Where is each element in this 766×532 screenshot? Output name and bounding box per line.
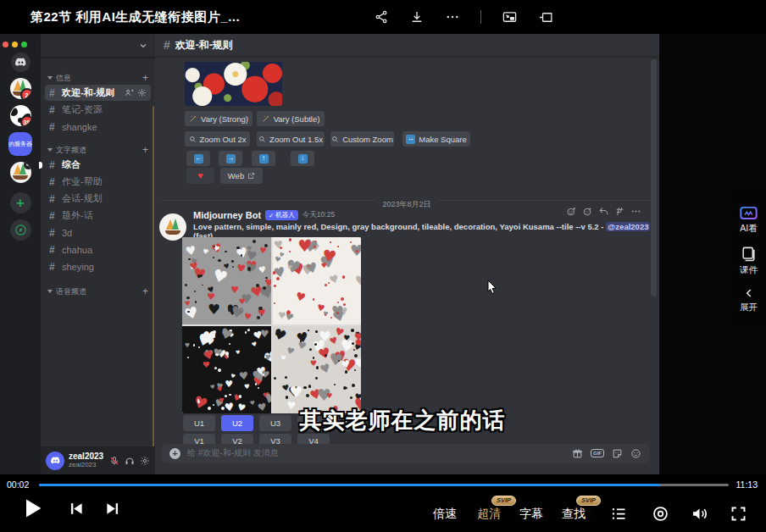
channel-shangke[interactable]: # shangke — [45, 119, 151, 135]
picture-in-picture-button[interactable] — [502, 9, 518, 25]
channel-chahua[interactable]: # chahua — [45, 241, 151, 258]
vary-subtle-button[interactable]: Vary (Subtle) — [257, 111, 325, 126]
grid-quadrant-4: ♥♥♥♥♥♥♥♥♥♥♥♥♥♥♥♥♥♥♥♥♥♥♥♥♥♥♥♥♥♥♥♥♥♥ — [273, 326, 362, 413]
message-input-placeholder: 给 #欢迎-和-规则 发消息 — [187, 447, 565, 459]
sticker-button[interactable] — [612, 448, 623, 459]
svip-badge: SVIP — [576, 496, 601, 506]
category-info[interactable]: 信息 + — [41, 72, 155, 84]
heart-reaction[interactable]: ♥ — [186, 168, 214, 184]
attach-file-button[interactable]: + — [169, 448, 180, 459]
record-button[interactable] — [652, 505, 669, 523]
user-mention[interactable]: @zeal2023 — [606, 222, 650, 231]
create-channel-button[interactable]: + — [142, 72, 148, 84]
server-avatar-sailboat-2[interactable] — [10, 162, 31, 183]
next-button[interactable] — [105, 501, 121, 517]
maximize-window-button[interactable] — [21, 42, 27, 47]
server-header-dropdown[interactable] — [41, 34, 155, 58]
discord-home-button[interactable] — [11, 53, 31, 72]
pan-left-button[interactable]: ← — [186, 151, 210, 166]
message-more-button[interactable] — [630, 206, 641, 217]
share-button[interactable] — [374, 9, 389, 25]
fullscreen-button[interactable] — [730, 505, 747, 523]
channel-settings-gear-icon[interactable] — [137, 88, 147, 97]
user-settings-button[interactable] — [140, 456, 150, 466]
zoom-out-2x-button[interactable]: Zoom Out 2x — [185, 131, 250, 147]
hash-icon: # — [49, 87, 58, 99]
channel-general[interactable]: # 综合 — [45, 157, 151, 173]
explore-servers-button[interactable] — [10, 219, 31, 241]
arrow-right-icon: → — [226, 154, 236, 163]
create-channel-button[interactable]: + — [142, 285, 148, 297]
find-button[interactable]: 查找 SVIP — [562, 507, 586, 522]
previous-button[interactable] — [68, 501, 84, 517]
channel-3d[interactable]: # 3d — [45, 224, 151, 241]
minimize-window-button[interactable] — [12, 42, 18, 47]
ai-camera-icon — [740, 205, 758, 220]
create-thread-button[interactable] — [614, 206, 625, 217]
server-avatar-sailboat[interactable]: 2 — [10, 78, 31, 99]
channel-welcome-rules[interactable]: # 欢迎-和-规则 — [45, 85, 151, 101]
user-avatar[interactable] — [46, 452, 64, 470]
hash-icon: # — [164, 38, 170, 52]
download-button[interactable] — [409, 9, 425, 25]
unread-badge: 2 — [20, 88, 31, 99]
courseware-button[interactable]: 课件 — [740, 246, 758, 276]
sidebar-scrollbar[interactable] — [153, 106, 154, 487]
play-button[interactable] — [20, 496, 44, 520]
web-link-button[interactable]: Web — [220, 168, 263, 184]
message-image-strawberry[interactable] — [185, 62, 282, 106]
pan-up-button[interactable]: ↑ — [252, 151, 275, 166]
gift-button[interactable] — [572, 448, 583, 459]
playlist-button[interactable] — [610, 505, 628, 523]
ai-watch-button[interactable]: AI看 — [740, 205, 758, 235]
cast-to-tv-button[interactable] — [538, 9, 554, 25]
add-reaction-button[interactable] — [566, 206, 577, 217]
category-voice-channels[interactable]: 语音频道 + — [41, 285, 155, 297]
super-reaction-button[interactable] — [582, 206, 593, 217]
zoom-out-1-5x-button[interactable]: Zoom Out 1.5x — [257, 131, 325, 147]
deafen-button[interactable] — [125, 456, 135, 466]
custom-zoom-button[interactable]: Custom Zoom — [330, 131, 394, 147]
chat-scrollbar[interactable] — [651, 59, 657, 296]
pan-right-button[interactable]: → — [219, 151, 242, 166]
make-square-button[interactable]: ↔ Make Square — [402, 131, 470, 147]
server-avatar-panda[interactable]: 39 — [10, 105, 31, 126]
grid-quadrant-1: ♥♥♥♥♥♥♥♥♥♥♥♥♥♥♥♥♥♥♥♥♥♥♥♥♥♥♥♥♥♥♥♥♥♥ — [182, 237, 271, 324]
upscale-1-button[interactable]: U1 — [183, 415, 215, 431]
channel-notes-resources[interactable]: # 笔记-资源 — [45, 102, 151, 118]
gif-button[interactable]: GIF — [591, 449, 604, 457]
video-subtitle: 其实老师在之前的话 — [241, 406, 563, 435]
emoji-button[interactable] — [630, 448, 641, 459]
vary-strong-button[interactable]: Vary (Strong) — [185, 111, 253, 126]
reply-button[interactable] — [598, 206, 609, 217]
subtitle-button[interactable]: 字幕 — [519, 507, 543, 522]
message-image-hearts-grid[interactable]: ♥♥♥♥♥♥♥♥♥♥♥♥♥♥♥♥♥♥♥♥♥♥♥♥♥♥♥♥♥♥♥♥♥♥ ♥♥♥♥♥… — [182, 237, 361, 413]
quality-button[interactable]: 超清 SVIP — [477, 507, 501, 522]
more-button[interactable] — [445, 9, 460, 25]
channel-session-planning[interactable]: # 会话-规划 — [45, 191, 151, 207]
channel-homework-help[interactable]: # 作业-帮助 — [45, 174, 151, 190]
hash-icon: # — [49, 227, 58, 239]
magnifier-icon — [331, 136, 339, 143]
pan-down-button[interactable]: ↓ — [291, 151, 314, 166]
username: zeal2023 — [69, 452, 103, 462]
user-tag: zeal2023 — [69, 462, 103, 468]
message-author[interactable]: Midjourney Bot — [193, 210, 261, 220]
mic-muted-button[interactable] — [109, 456, 119, 466]
channel-offtopic[interactable]: # 题外-话 — [45, 208, 151, 224]
server-initials: 的服务器 — [8, 140, 32, 148]
magic-wand-icon — [262, 114, 270, 123]
arrow-left-icon: ← — [194, 154, 203, 163]
expand-button[interactable]: 展开 — [740, 287, 758, 313]
volume-button[interactable] — [691, 505, 708, 523]
create-channel-button[interactable]: + — [142, 144, 148, 156]
channel-sheying[interactable]: # sheying — [45, 258, 151, 274]
add-server-button[interactable]: + — [10, 192, 31, 213]
speed-button[interactable]: 倍速 — [433, 507, 457, 522]
server-avatar-current[interactable]: 的服务器 — [8, 132, 32, 156]
message-input[interactable]: + 给 #欢迎-和-规则 发消息 GIF — [161, 444, 650, 463]
category-text-channels[interactable]: 文字频道 + — [41, 144, 155, 156]
close-window-button[interactable] — [3, 42, 8, 47]
thread-icon — [614, 206, 625, 217]
invite-people-icon[interactable] — [125, 88, 134, 97]
